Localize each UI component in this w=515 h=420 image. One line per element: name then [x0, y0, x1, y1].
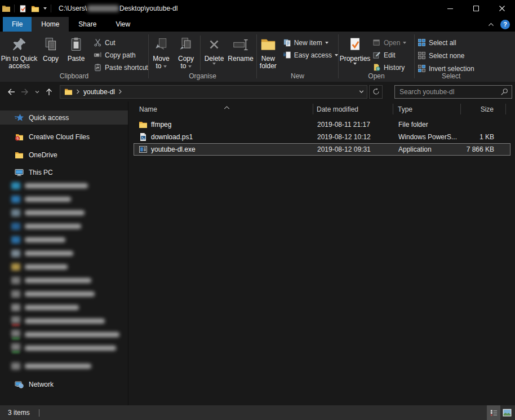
dropdown-caret-icon	[335, 54, 338, 56]
copy-path-button[interactable]: Copy path	[94, 50, 148, 60]
search-icon[interactable]	[500, 88, 508, 96]
group-label-open: Open	[339, 72, 414, 80]
sidebar-item-redacted[interactable]	[0, 359, 128, 373]
column-header-name[interactable]: Name	[134, 105, 313, 113]
column-divider[interactable]	[313, 104, 313, 114]
titlebar-separator	[51, 5, 51, 12]
details-view-button[interactable]	[487, 405, 500, 420]
pin-to-quick-access-button[interactable]: Pin to Quickaccess	[0, 34, 38, 70]
quick-access-star-icon	[15, 113, 24, 122]
breadcrumb-chevron-icon[interactable]	[76, 89, 80, 94]
sort-ascending-icon	[224, 106, 230, 109]
breadcrumb-segment[interactable]: youtube-dl	[83, 88, 115, 96]
group-label-new: New	[257, 72, 338, 80]
select-all-button[interactable]: Select all	[418, 37, 474, 48]
sidebar-item-redacted[interactable]	[0, 179, 128, 192]
statusbar-divider	[39, 409, 39, 417]
paste-button[interactable]: Paste	[63, 34, 89, 63]
ribbon-tab-bar: File Home Share View ?	[0, 17, 515, 32]
rename-button[interactable]: Rename	[226, 34, 255, 63]
column-header-type[interactable]: Type	[393, 105, 460, 113]
large-icons-view-button[interactable]	[500, 405, 514, 420]
sidebar-item-onedrive[interactable]: OneDrive	[0, 148, 128, 162]
search-box[interactable]	[394, 85, 512, 99]
group-label-clipboard: Clipboard	[0, 72, 148, 80]
edit-button[interactable]: Edit	[372, 50, 406, 60]
titlebar-separator	[14, 5, 15, 12]
sidebar-item-redacted[interactable]	[0, 246, 128, 260]
delete-icon	[207, 36, 221, 54]
qat-customize-dropdown[interactable]	[43, 7, 47, 10]
dropdown-caret-icon	[212, 63, 216, 65]
easy-access-button[interactable]: Easy access	[283, 50, 338, 60]
paste-shortcut-button[interactable]: Paste shortcut	[94, 62, 148, 73]
ribbon-group-clipboard: Pin to Quickaccess Copy Paste Cut Copy p…	[0, 32, 148, 82]
file-row-ffmpeg[interactable]: ffmpeg 2019-08-11 21:17 File folder	[134, 118, 510, 131]
sidebar-item-redacted[interactable]	[0, 233, 128, 246]
column-divider[interactable]	[460, 104, 461, 114]
title-bar: C:\Users\Desktop\youtube-dl	[0, 0, 515, 17]
up-button[interactable]	[42, 85, 56, 99]
address-bar[interactable]: youtube-dl	[60, 85, 367, 99]
tab-file[interactable]: File	[3, 17, 32, 32]
forward-button[interactable]	[18, 85, 33, 99]
ribbon-group-new: Newfolder New item Easy access New	[257, 32, 338, 82]
column-header-date-modified[interactable]: Date modified	[313, 105, 393, 113]
status-bar: 3 items	[0, 405, 515, 420]
copy-button[interactable]: Copy	[38, 34, 63, 63]
sidebar-item-this-pc[interactable]: This PC	[0, 166, 128, 179]
collapse-ribbon-icon[interactable]	[487, 21, 495, 28]
sidebar-item-redacted[interactable]	[0, 219, 128, 233]
back-button[interactable]	[3, 85, 18, 99]
breadcrumb-chevron-icon[interactable]	[118, 89, 122, 94]
qat-properties-button[interactable]	[16, 5, 29, 13]
pin-icon	[11, 36, 27, 54]
open-button[interactable]: Open	[372, 37, 406, 48]
maximize-button[interactable]	[463, 0, 489, 17]
sidebar-item-network[interactable]: Network	[0, 378, 128, 391]
minimize-button[interactable]	[437, 0, 463, 17]
sidebar-item-redacted[interactable]	[0, 287, 128, 300]
column-divider[interactable]	[505, 104, 506, 114]
sidebar-item-redacted[interactable]	[0, 314, 128, 328]
copy-to-button[interactable]: Copy to	[174, 34, 198, 70]
sidebar-item-creative-cloud-files[interactable]: Creative Cloud Files	[0, 130, 128, 144]
history-button[interactable]: History	[372, 62, 406, 73]
sidebar-item-redacted[interactable]	[0, 192, 128, 206]
sidebar-item-quick-access[interactable]: Quick access	[0, 110, 128, 125]
tab-view[interactable]: View	[106, 17, 140, 32]
sidebar-item-redacted[interactable]	[0, 341, 128, 355]
select-none-button[interactable]: Select none	[418, 50, 474, 61]
redacted-username	[87, 5, 119, 12]
new-item-button[interactable]: New item	[283, 37, 338, 48]
recent-locations-dropdown[interactable]	[33, 85, 42, 99]
qat-new-folder-button[interactable]	[29, 5, 41, 13]
move-to-button[interactable]: Move to	[149, 34, 174, 70]
tab-share[interactable]: Share	[69, 17, 106, 32]
help-icon[interactable]: ?	[500, 20, 510, 29]
cut-button[interactable]: Cut	[94, 37, 148, 48]
column-divider[interactable]	[393, 104, 393, 114]
network-icon	[15, 380, 24, 389]
sidebar-item-redacted[interactable]	[0, 300, 128, 314]
rename-icon	[232, 36, 249, 54]
search-input[interactable]	[399, 88, 500, 96]
address-dropdown-icon[interactable]	[357, 85, 366, 99]
group-label-select: Select	[415, 72, 515, 80]
sidebar-item-redacted[interactable]	[0, 206, 128, 219]
tab-home[interactable]: Home	[32, 17, 69, 32]
refresh-button[interactable]	[369, 85, 383, 99]
new-folder-button[interactable]: Newfolder	[257, 34, 279, 70]
ribbon-group-open: Properties Open Edit History Open	[339, 32, 414, 82]
close-button[interactable]	[489, 0, 515, 17]
delete-button[interactable]: Delete	[202, 34, 226, 65]
file-row-youtube-dl-exe[interactable]: youtube-dl.exe 2019-08-12 09:31 Applicat…	[134, 143, 510, 156]
column-header-size[interactable]: Size	[460, 105, 505, 113]
app-folder-icon	[0, 4, 12, 13]
sidebar-item-redacted[interactable]	[0, 260, 128, 273]
properties-button[interactable]: Properties	[339, 34, 371, 65]
file-row-download-ps1[interactable]: download.ps1 2019-08-12 10:12 Windows Po…	[134, 131, 510, 143]
sidebar-item-redacted[interactable]	[0, 328, 128, 341]
sidebar-item-redacted[interactable]	[0, 273, 128, 287]
sidebar-blurred-list	[0, 179, 128, 373]
